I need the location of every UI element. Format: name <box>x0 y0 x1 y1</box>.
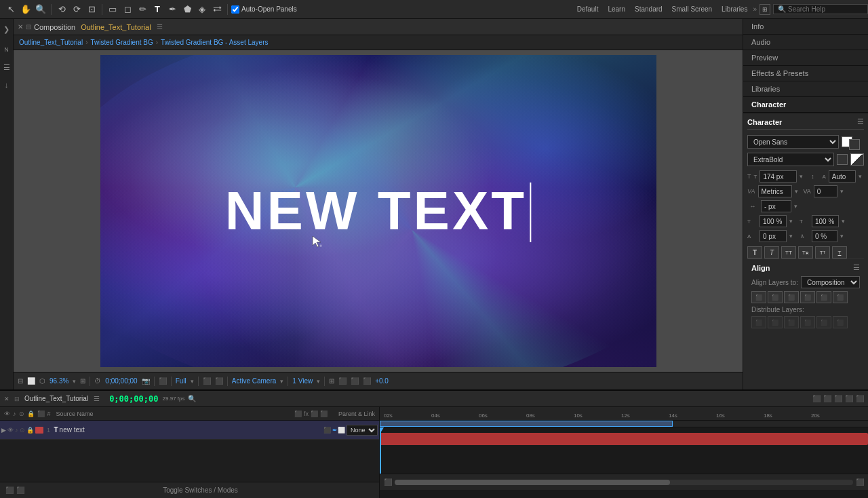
leading-input[interactable] <box>829 170 856 183</box>
stroke-color-swatch[interactable] <box>849 139 860 150</box>
zoom-level[interactable]: 96.3% <box>50 377 68 385</box>
font-style-select[interactable]: ExtraBold <box>747 153 834 166</box>
kerning-dropdown[interactable]: ▾ <box>795 188 798 195</box>
search-input[interactable] <box>788 5 856 13</box>
tl-scroll-thumb[interactable] <box>395 480 670 485</box>
fill-stroke-swatch[interactable] <box>850 153 864 166</box>
clone-tool[interactable]: ⬟ <box>180 3 194 16</box>
preview-icon[interactable]: ⬜ <box>27 377 35 385</box>
align-menu-icon[interactable]: ☰ <box>853 263 860 272</box>
puppet-tool[interactable]: ⮂ <box>210 3 224 16</box>
fast-preview-icon[interactable]: ⬛ <box>203 377 211 385</box>
comp-menu-icon[interactable]: ☰ <box>157 23 163 31</box>
3d-icon[interactable]: ⬛ <box>351 377 359 385</box>
scale-h-dropdown[interactable]: ▾ <box>789 218 793 225</box>
tl-timecode[interactable]: 0;00;00;00 <box>109 394 158 404</box>
tl-audio-icon[interactable]: ♪ <box>15 427 18 434</box>
font-size-dropdown[interactable]: ▾ <box>800 173 803 180</box>
dist-left-btn[interactable]: ⬛ <box>751 316 766 328</box>
align-top-btn[interactable]: ⬛ <box>800 291 815 303</box>
breadcrumb-3[interactable]: Twisted Gradient BG - Asset Layers <box>161 39 268 46</box>
tl-solo-icon-layer[interactable]: ⊙ <box>20 427 25 434</box>
timecode-display[interactable]: 0;00;00;00 <box>105 377 137 385</box>
tl-playhead[interactable] <box>380 427 381 474</box>
pen-tool[interactable]: ✏ <box>136 3 149 16</box>
align-center-h-btn[interactable]: ⬛ <box>768 291 783 303</box>
tl-expand-btn[interactable]: ▶ <box>1 427 6 434</box>
tl-markers-icon[interactable]: ⬛ <box>856 395 864 402</box>
align-bottom-btn[interactable]: ⬛ <box>833 291 848 303</box>
tl-graph-zoom-out[interactable]: ⬛ <box>384 478 392 486</box>
font-family-select[interactable]: Open Sans <box>747 135 839 149</box>
motion-blur-icon[interactable]: ⬛ <box>215 377 223 385</box>
res-dropdown[interactable]: ▾ <box>191 378 194 385</box>
baseline-dropdown[interactable]: ▾ <box>789 233 793 240</box>
ws-learn[interactable]: Learn <box>604 4 629 14</box>
tl-parent-pick-icon[interactable]: ⬜ <box>338 427 345 434</box>
snapshot-icon[interactable]: ⬡ <box>39 377 45 385</box>
view-count[interactable]: 1 View <box>292 377 313 385</box>
camera-dropdown[interactable]: ▾ <box>280 378 283 385</box>
leading-dropdown[interactable]: ▾ <box>859 173 862 180</box>
zoom-tool[interactable]: 🔍 <box>34 3 47 16</box>
tab-effects[interactable]: Effects & Presets <box>743 66 868 81</box>
align-left-btn[interactable]: ⬛ <box>751 291 766 303</box>
ws-default[interactable]: Default <box>573 4 603 14</box>
timeline-graph[interactable]: 02s 04s 06s 08s 10s 12s <box>380 407 868 498</box>
breadcrumb-1[interactable]: Outline_Text_Tutorial <box>19 39 83 46</box>
tab-info[interactable]: Info <box>743 19 868 35</box>
ws-expand[interactable]: » <box>753 5 757 13</box>
tl-collapse-btn[interactable]: ✕ <box>4 396 9 402</box>
transparency-icon[interactable]: ⬛ <box>363 377 371 385</box>
eraser-tool[interactable]: ◈ <box>195 3 209 16</box>
roto-tool[interactable]: ⊡ <box>85 3 98 16</box>
kerning-input[interactable] <box>758 185 792 197</box>
hand-tool[interactable]: ✋ <box>19 3 33 16</box>
exposure-val[interactable]: +0.0 <box>375 377 389 385</box>
style-bold-btn[interactable]: T <box>747 246 762 258</box>
tl-graph-zoom-in[interactable]: ⬛ <box>856 478 864 486</box>
style-super-btn[interactable]: TT <box>815 246 830 258</box>
tracking-dropdown[interactable]: ▾ <box>840 188 844 195</box>
search-area[interactable]: 🔍 <box>773 4 868 14</box>
text-tool[interactable]: T <box>151 3 164 16</box>
tab-audio[interactable]: Audio <box>743 35 868 50</box>
style-allcaps-btn[interactable]: TT <box>781 246 796 258</box>
scale-v-input[interactable] <box>812 215 839 227</box>
tl-search-icon[interactable]: 🔍 <box>188 395 196 402</box>
tl-menu-icon[interactable]: ☰ <box>94 395 100 402</box>
tl-work-area-bar[interactable] <box>380 421 868 427</box>
dist-center-h-btn[interactable]: ⬛ <box>768 316 783 328</box>
panel-icon[interactable]: ⊞ <box>760 4 770 15</box>
stroke-swatch2[interactable] <box>837 154 848 165</box>
mask-tool[interactable]: ▭ <box>106 3 119 16</box>
tl-extract-icon[interactable]: ⬛ <box>823 395 831 402</box>
tsukuri-dropdown[interactable]: ▾ <box>840 233 844 240</box>
camera-label[interactable]: Active Camera <box>232 377 277 385</box>
style-italic-btn[interactable]: T <box>764 246 779 258</box>
tl-layer-solo-switch[interactable]: ⬛ <box>323 427 331 434</box>
dist-center-v-btn[interactable]: ⬛ <box>816 316 831 328</box>
sidebar-effects[interactable]: ↓ <box>1 79 13 91</box>
char-menu-icon[interactable]: ☰ <box>857 117 864 126</box>
shape-tool[interactable]: ◻ <box>121 3 134 16</box>
tl-solo-icon[interactable]: ⬛ <box>834 395 842 402</box>
align-target-select[interactable]: Composition <box>801 276 860 288</box>
view-dropdown[interactable]: ▾ <box>317 378 320 385</box>
view-options-icon[interactable]: ⊟ <box>18 377 23 385</box>
tl-lock-icon-layer[interactable]: 🔒 <box>26 427 34 434</box>
tl-bottom-icon2[interactable]: ⬛ <box>16 486 24 494</box>
font-size-input[interactable] <box>760 170 797 183</box>
arrow-tool[interactable]: ↖ <box>4 3 18 16</box>
sidebar-tools[interactable]: ☰ <box>1 61 13 73</box>
zoom-dropdown[interactable]: ▾ <box>73 378 76 385</box>
auto-open-checkbox[interactable] <box>231 5 239 14</box>
style-smallcaps-btn[interactable]: Tʀ <box>798 246 813 258</box>
tl-lock-icon[interactable]: ⬛ <box>845 395 853 402</box>
undo-tool[interactable]: ⟲ <box>55 3 68 16</box>
tl-parent-select[interactable]: None <box>347 425 378 436</box>
tl-scroll-bar[interactable] <box>395 480 853 485</box>
scale-h-input[interactable] <box>760 215 787 227</box>
tl-eye-icon[interactable]: 👁 <box>7 427 14 434</box>
tab-preview[interactable]: Preview <box>743 50 868 66</box>
